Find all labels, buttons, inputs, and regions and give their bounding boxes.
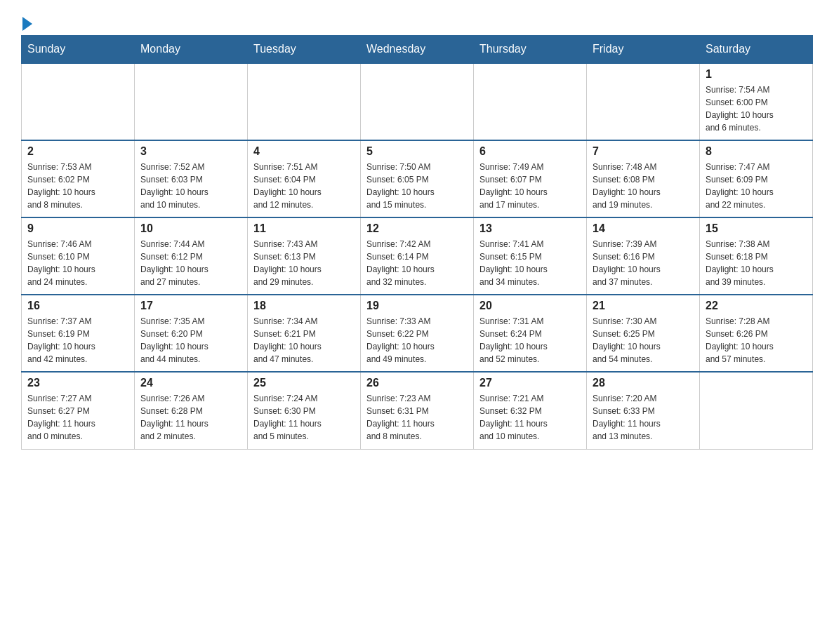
day-number: 10 [140, 222, 241, 235]
day-info: Sunrise: 7:48 AM Sunset: 6:08 PM Dayligh… [593, 161, 694, 211]
day-number: 4 [253, 145, 355, 158]
day-number: 20 [479, 300, 581, 312]
day-info: Sunrise: 7:28 AM Sunset: 6:26 PM Dayligh… [706, 315, 807, 365]
day-number: 25 [253, 377, 355, 389]
page-header [21, 14, 813, 28]
calendar-week-row: 23Sunrise: 7:27 AM Sunset: 6:27 PM Dayli… [22, 372, 813, 449]
day-info: Sunrise: 7:42 AM Sunset: 6:14 PM Dayligh… [366, 238, 468, 288]
day-info: Sunrise: 7:38 AM Sunset: 6:18 PM Dayligh… [706, 238, 807, 288]
day-info: Sunrise: 7:51 AM Sunset: 6:04 PM Dayligh… [253, 161, 355, 211]
calendar-day-cell [474, 63, 587, 140]
day-info: Sunrise: 7:34 AM Sunset: 6:21 PM Dayligh… [253, 315, 355, 365]
day-number: 21 [593, 300, 694, 312]
calendar-day-cell: 28Sunrise: 7:20 AM Sunset: 6:33 PM Dayli… [587, 372, 700, 449]
calendar-week-row: 2Sunrise: 7:53 AM Sunset: 6:02 PM Daylig… [22, 140, 813, 217]
day-of-week-header: Wednesday [361, 36, 474, 64]
calendar-day-cell: 10Sunrise: 7:44 AM Sunset: 6:12 PM Dayli… [135, 217, 248, 295]
calendar-day-cell [361, 63, 474, 140]
day-number: 15 [706, 222, 807, 235]
day-info: Sunrise: 7:20 AM Sunset: 6:33 PM Dayligh… [593, 392, 694, 443]
day-number: 18 [253, 300, 355, 312]
day-number: 1 [706, 68, 807, 81]
day-number: 2 [27, 145, 128, 158]
day-number: 14 [593, 222, 694, 235]
calendar-day-cell: 20Sunrise: 7:31 AM Sunset: 6:24 PM Dayli… [474, 295, 587, 372]
calendar-day-cell [248, 63, 361, 140]
calendar-day-cell [587, 63, 700, 140]
calendar-day-cell: 8Sunrise: 7:47 AM Sunset: 6:09 PM Daylig… [700, 140, 813, 217]
calendar-day-cell: 4Sunrise: 7:51 AM Sunset: 6:04 PM Daylig… [248, 140, 361, 217]
calendar-day-cell [700, 372, 813, 449]
day-info: Sunrise: 7:26 AM Sunset: 6:28 PM Dayligh… [140, 392, 241, 443]
day-number: 16 [27, 300, 128, 312]
day-of-week-header: Sunday [22, 36, 135, 64]
calendar-day-cell [135, 63, 248, 140]
day-info: Sunrise: 7:35 AM Sunset: 6:20 PM Dayligh… [140, 315, 241, 365]
day-info: Sunrise: 7:30 AM Sunset: 6:25 PM Dayligh… [593, 315, 694, 365]
calendar-day-cell: 3Sunrise: 7:52 AM Sunset: 6:03 PM Daylig… [135, 140, 248, 217]
day-number: 12 [366, 222, 468, 235]
day-number: 22 [706, 300, 807, 312]
calendar-day-cell: 25Sunrise: 7:24 AM Sunset: 6:30 PM Dayli… [248, 372, 361, 449]
day-number: 6 [479, 145, 581, 158]
day-number: 23 [27, 377, 128, 389]
day-of-week-header: Monday [135, 36, 248, 64]
day-number: 9 [27, 222, 128, 235]
calendar-week-row: 16Sunrise: 7:37 AM Sunset: 6:19 PM Dayli… [22, 295, 813, 372]
calendar-day-cell: 23Sunrise: 7:27 AM Sunset: 6:27 PM Dayli… [22, 372, 135, 449]
day-of-week-header: Saturday [700, 36, 813, 64]
calendar-day-cell: 9Sunrise: 7:46 AM Sunset: 6:10 PM Daylig… [22, 217, 135, 295]
day-info: Sunrise: 7:33 AM Sunset: 6:22 PM Dayligh… [366, 315, 468, 365]
day-number: 17 [140, 300, 241, 312]
calendar-header-row: SundayMondayTuesdayWednesdayThursdayFrid… [22, 36, 813, 64]
day-number: 8 [706, 145, 807, 158]
calendar-day-cell: 14Sunrise: 7:39 AM Sunset: 6:16 PM Dayli… [587, 217, 700, 295]
day-info: Sunrise: 7:27 AM Sunset: 6:27 PM Dayligh… [27, 392, 128, 443]
day-of-week-header: Friday [587, 36, 700, 64]
calendar-day-cell: 27Sunrise: 7:21 AM Sunset: 6:32 PM Dayli… [474, 372, 587, 449]
calendar-day-cell: 15Sunrise: 7:38 AM Sunset: 6:18 PM Dayli… [700, 217, 813, 295]
day-info: Sunrise: 7:44 AM Sunset: 6:12 PM Dayligh… [140, 238, 241, 288]
calendar-day-cell: 5Sunrise: 7:50 AM Sunset: 6:05 PM Daylig… [361, 140, 474, 217]
calendar-day-cell: 24Sunrise: 7:26 AM Sunset: 6:28 PM Dayli… [135, 372, 248, 449]
day-info: Sunrise: 7:21 AM Sunset: 6:32 PM Dayligh… [479, 392, 581, 443]
day-number: 26 [366, 377, 468, 389]
calendar-day-cell: 26Sunrise: 7:23 AM Sunset: 6:31 PM Dayli… [361, 372, 474, 449]
day-number: 13 [479, 222, 581, 235]
calendar-week-row: 9Sunrise: 7:46 AM Sunset: 6:10 PM Daylig… [22, 217, 813, 295]
calendar-day-cell: 19Sunrise: 7:33 AM Sunset: 6:22 PM Dayli… [361, 295, 474, 372]
calendar-day-cell: 18Sunrise: 7:34 AM Sunset: 6:21 PM Dayli… [248, 295, 361, 372]
calendar-day-cell: 16Sunrise: 7:37 AM Sunset: 6:19 PM Dayli… [22, 295, 135, 372]
logo-arrow-icon [22, 17, 32, 31]
day-info: Sunrise: 7:24 AM Sunset: 6:30 PM Dayligh… [253, 392, 355, 443]
calendar-table: SundayMondayTuesdayWednesdayThursdayFrid… [21, 35, 813, 450]
calendar-day-cell: 7Sunrise: 7:48 AM Sunset: 6:08 PM Daylig… [587, 140, 700, 217]
day-info: Sunrise: 7:31 AM Sunset: 6:24 PM Dayligh… [479, 315, 581, 365]
calendar-day-cell: 13Sunrise: 7:41 AM Sunset: 6:15 PM Dayli… [474, 217, 587, 295]
calendar-day-cell: 2Sunrise: 7:53 AM Sunset: 6:02 PM Daylig… [22, 140, 135, 217]
day-info: Sunrise: 7:53 AM Sunset: 6:02 PM Dayligh… [27, 161, 128, 211]
calendar-day-cell: 12Sunrise: 7:42 AM Sunset: 6:14 PM Dayli… [361, 217, 474, 295]
day-info: Sunrise: 7:39 AM Sunset: 6:16 PM Dayligh… [593, 238, 694, 288]
day-of-week-header: Thursday [474, 36, 587, 64]
day-info: Sunrise: 7:37 AM Sunset: 6:19 PM Dayligh… [27, 315, 128, 365]
logo [21, 14, 32, 28]
day-of-week-header: Tuesday [248, 36, 361, 64]
day-number: 28 [593, 377, 694, 389]
day-info: Sunrise: 7:50 AM Sunset: 6:05 PM Dayligh… [366, 161, 468, 211]
calendar-day-cell: 1Sunrise: 7:54 AM Sunset: 6:00 PM Daylig… [700, 63, 813, 140]
day-info: Sunrise: 7:47 AM Sunset: 6:09 PM Dayligh… [706, 161, 807, 211]
day-number: 3 [140, 145, 241, 158]
day-number: 5 [366, 145, 468, 158]
calendar-day-cell: 22Sunrise: 7:28 AM Sunset: 6:26 PM Dayli… [700, 295, 813, 372]
day-info: Sunrise: 7:41 AM Sunset: 6:15 PM Dayligh… [479, 238, 581, 288]
day-number: 7 [593, 145, 694, 158]
day-number: 24 [140, 377, 241, 389]
day-info: Sunrise: 7:49 AM Sunset: 6:07 PM Dayligh… [479, 161, 581, 211]
day-number: 19 [366, 300, 468, 312]
day-number: 27 [479, 377, 581, 389]
calendar-day-cell: 21Sunrise: 7:30 AM Sunset: 6:25 PM Dayli… [587, 295, 700, 372]
day-info: Sunrise: 7:46 AM Sunset: 6:10 PM Dayligh… [27, 238, 128, 288]
day-info: Sunrise: 7:23 AM Sunset: 6:31 PM Dayligh… [366, 392, 468, 443]
calendar-day-cell: 11Sunrise: 7:43 AM Sunset: 6:13 PM Dayli… [248, 217, 361, 295]
